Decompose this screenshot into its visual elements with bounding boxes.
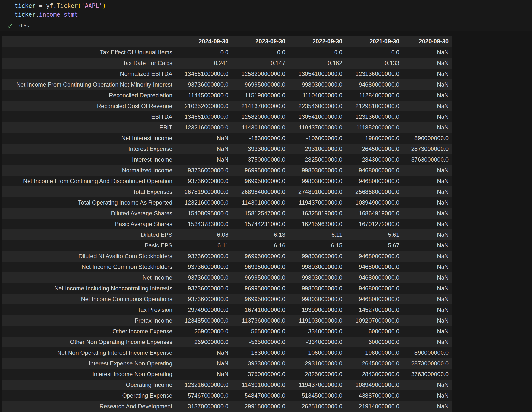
value-cell: NaN <box>172 133 228 144</box>
value-cell: 60000000.0 <box>342 337 399 347</box>
table-row: Tax Provision29749000000.016741000000.01… <box>2 304 452 315</box>
value-cell: 119437000000.0 <box>285 197 342 208</box>
value-cell: 26251000000.0 <box>285 401 342 412</box>
value-cell: NaN <box>399 304 452 315</box>
value-cell: 2825000000.0 <box>285 154 342 165</box>
row-label: Tax Effect Of Unusual Items <box>2 47 172 58</box>
value-cell: 99803000000.0 <box>285 251 342 262</box>
table-row: EBIT123216000000.0114301000000.011943700… <box>2 122 452 133</box>
execution-time: 0.5s <box>19 23 29 29</box>
row-label: Net Income Common Stockholders <box>2 262 172 272</box>
value-cell: -106000000.0 <box>285 133 342 144</box>
value-cell: 6.08 <box>172 229 228 240</box>
value-cell: 267819000000.0 <box>172 186 228 197</box>
value-cell: 2931000000.0 <box>285 144 342 154</box>
row-label: Basic Average Shares <box>2 219 172 229</box>
value-cell: 123485000000.0 <box>172 315 228 326</box>
row-label: Net Income Including Noncontrolling Inte… <box>2 283 172 294</box>
value-cell: NaN <box>399 262 452 272</box>
value-cell: 29749000000.0 <box>172 304 228 315</box>
value-cell: 99803000000.0 <box>285 176 342 186</box>
value-cell: 6.15 <box>285 240 342 251</box>
value-cell: 123136000000.0 <box>342 111 399 122</box>
value-cell: 111852000000.0 <box>342 122 399 133</box>
value-cell: 3763000000.0 <box>399 154 452 165</box>
value-cell: 99803000000.0 <box>285 165 342 176</box>
value-cell: NaN <box>399 90 452 101</box>
row-label: Normalized Income <box>2 165 172 176</box>
table-header-row: 2024-09-302023-09-302022-09-302021-09-30… <box>2 36 452 47</box>
value-cell: 130541000000.0 <box>285 111 342 122</box>
value-cell: 94680000000.0 <box>342 272 399 283</box>
row-label: Total Expenses <box>2 186 172 197</box>
row-label: Diluted NI Availto Com Stockholders <box>2 251 172 262</box>
column-header: 2020-09-30 <box>399 36 452 47</box>
value-cell: NaN <box>399 47 452 58</box>
table-row: Interest Income Non OperatingNaN37500000… <box>2 369 452 380</box>
value-cell: 57467000000.0 <box>172 390 228 401</box>
value-cell: 15408095000.0 <box>172 208 228 219</box>
value-cell: 3933000000.0 <box>228 144 285 154</box>
value-cell: NaN <box>399 79 452 90</box>
table-row: Reconciled Depreciation11445000000.01151… <box>2 90 452 101</box>
value-cell: 2843000000.0 <box>342 154 399 165</box>
value-cell: 2645000000.0 <box>342 358 399 369</box>
row-label: Normalized EBITDA <box>2 69 172 79</box>
dataframe-output[interactable]: 2024-09-302023-09-302022-09-302021-09-30… <box>2 36 452 412</box>
value-cell: 890000000.0 <box>399 133 452 144</box>
value-cell: 2843000000.0 <box>342 369 399 380</box>
row-label: Interest Expense <box>2 144 172 154</box>
row-label: Operating Expense <box>2 390 172 401</box>
row-label: Net Income <box>2 272 172 283</box>
value-cell: 93736000000.0 <box>172 251 228 262</box>
value-cell: 119437000000.0 <box>285 380 342 390</box>
value-cell: 99803000000.0 <box>285 283 342 294</box>
value-cell: 108949000000.0 <box>342 197 399 208</box>
value-cell: 99803000000.0 <box>285 262 342 272</box>
table-row: Total Operating Income As Reported123216… <box>2 197 452 208</box>
code-editor[interactable]: ticker = yf.Ticker('AAPL')ticker.income_… <box>14 1 106 19</box>
value-cell: 14527000000.0 <box>342 304 399 315</box>
table-row: Research And Development31370000000.0299… <box>2 401 452 412</box>
value-cell: 134661000000.0 <box>172 111 228 122</box>
value-cell: NaN <box>399 69 452 79</box>
value-cell: 19300000000.0 <box>285 304 342 315</box>
value-cell: 123216000000.0 <box>172 380 228 390</box>
value-cell: NaN <box>399 122 452 133</box>
row-label: Net Income From Continuing Operation Net… <box>2 79 172 90</box>
code-line[interactable]: ticker.income_stmt <box>14 10 106 19</box>
value-cell: 269000000.0 <box>172 337 228 347</box>
value-cell: 2873000000.0 <box>399 358 452 369</box>
table-row: Interest Expense Non OperatingNaN3933000… <box>2 358 452 369</box>
value-cell: 93736000000.0 <box>172 283 228 294</box>
row-label: Interest Income Non Operating <box>2 369 172 380</box>
value-cell: NaN <box>399 380 452 390</box>
value-cell: 3763000000.0 <box>399 369 452 380</box>
table-row: Interest IncomeNaN3750000000.02825000000… <box>2 154 452 165</box>
value-cell: 99803000000.0 <box>285 272 342 283</box>
value-cell: 96995000000.0 <box>228 176 285 186</box>
value-cell: NaN <box>172 154 228 165</box>
notebook-code-cell[interactable]: ticker = yf.Ticker('AAPL')ticker.income_… <box>0 0 532 31</box>
value-cell: 11284000000.0 <box>342 90 399 101</box>
value-cell: 96995000000.0 <box>228 262 285 272</box>
value-cell: NaN <box>172 347 228 358</box>
value-cell: 212981000000.0 <box>342 101 399 111</box>
value-cell: 0.0 <box>172 47 228 58</box>
value-cell: -183000000.0 <box>228 347 285 358</box>
value-cell: 11519000000.0 <box>228 90 285 101</box>
value-cell: 123136000000.0 <box>342 69 399 79</box>
value-cell: 94680000000.0 <box>342 79 399 90</box>
value-cell: NaN <box>399 208 452 219</box>
value-cell: NaN <box>399 186 452 197</box>
table-row: Tax Effect Of Unusual Items0.00.00.00.0N… <box>2 47 452 58</box>
row-label: Net Non Operating Interest Income Expens… <box>2 347 172 358</box>
column-header: 2023-09-30 <box>228 36 285 47</box>
value-cell: 214137000000.0 <box>228 101 285 111</box>
value-cell: 6.16 <box>228 240 285 251</box>
value-cell: 125820000000.0 <box>228 69 285 79</box>
value-cell: 256868000000.0 <box>342 186 399 197</box>
value-cell: 269000000.0 <box>172 326 228 337</box>
value-cell: 113736000000.0 <box>228 315 285 326</box>
code-line[interactable]: ticker = yf.Ticker('AAPL') <box>14 1 106 10</box>
